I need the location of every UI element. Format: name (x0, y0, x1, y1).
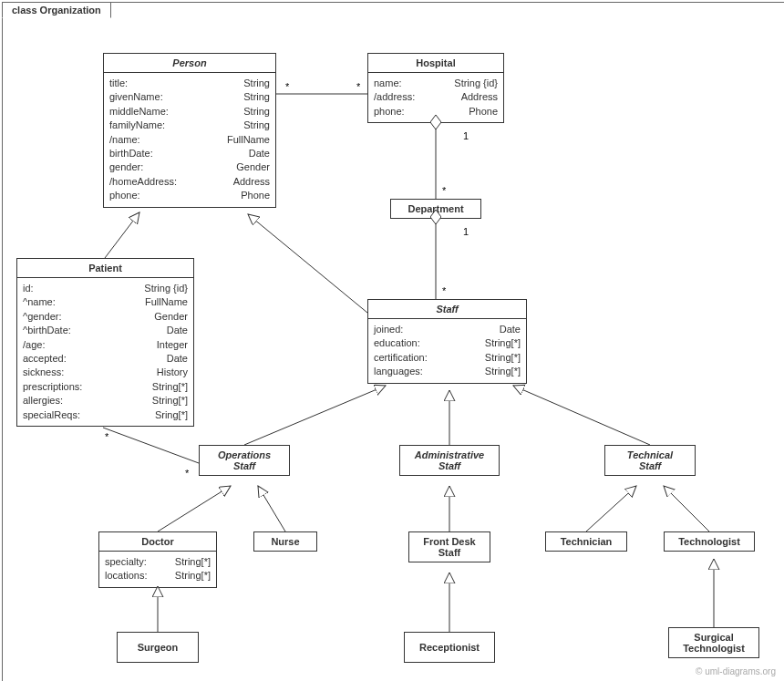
svg-text:*: * (442, 185, 447, 196)
class-department: Department (390, 199, 481, 219)
class-patient: Patient id:String {id} ^name:FullName ^g… (16, 258, 194, 427)
svg-line-20 (586, 486, 636, 531)
class-nurse: Nurse (253, 531, 317, 552)
svg-line-9 (105, 212, 139, 258)
class-hospital-title: Hospital (368, 54, 503, 73)
class-technical-staff-title: TechnicalStaff (605, 446, 695, 475)
class-doctor-body: specialty:String[*] locations:String[*] (99, 552, 216, 587)
class-person: Person title:String givenName:String mid… (103, 53, 276, 208)
class-person-body: title:String givenName:String middleName… (104, 73, 275, 207)
class-front-desk-staff: Front DeskStaff (408, 531, 490, 562)
class-hospital: Hospital name:String {id} /address:Addre… (367, 53, 504, 123)
class-surgeon: Surgeon (117, 632, 199, 663)
class-receptionist: Receptionist (404, 632, 495, 663)
class-technical-staff: TechnicalStaff (604, 445, 696, 476)
class-nurse-title: Nurse (254, 532, 316, 551)
svg-text:*: * (442, 285, 447, 296)
class-administrative-staff: AdministrativeStaff (399, 445, 500, 476)
svg-line-16 (513, 386, 650, 445)
class-department-title: Department (391, 200, 480, 218)
class-doctor-title: Doctor (99, 532, 216, 552)
svg-line-10 (248, 214, 367, 313)
svg-text:1: 1 (463, 226, 469, 237)
class-staff-title: Staff (368, 300, 526, 319)
class-surgeon-title: Surgeon (118, 633, 198, 662)
class-person-title: Person (104, 54, 275, 73)
class-staff-body: joined:Date education:String[*] certific… (368, 319, 526, 383)
class-administrative-staff-title: AdministrativeStaff (400, 446, 499, 475)
class-surgical-technologist-title: SurgicalTechnologist (669, 628, 758, 657)
svg-text:*: * (285, 81, 290, 92)
svg-text:*: * (185, 468, 190, 479)
class-technician: Technician (545, 531, 627, 552)
svg-line-14 (244, 386, 386, 445)
class-technologist-title: Technologist (665, 532, 754, 551)
class-patient-title: Patient (17, 259, 193, 278)
class-surgical-technologist: SurgicalTechnologist (668, 627, 759, 658)
class-technologist: Technologist (664, 531, 755, 552)
class-patient-body: id:String {id} ^name:FullName ^gender:Ge… (17, 278, 193, 426)
class-front-desk-staff-title: Front DeskStaff (409, 532, 490, 562)
svg-line-18 (258, 486, 285, 531)
svg-text:*: * (356, 81, 361, 92)
organization-frame: class Organization Person title:String g… (2, 2, 784, 681)
watermark: © uml-diagrams.org (696, 666, 776, 676)
class-doctor: Doctor specialty:String[*] locations:Str… (98, 531, 217, 588)
svg-text:*: * (105, 431, 109, 442)
class-technician-title: Technician (546, 532, 626, 551)
svg-line-11 (103, 428, 199, 463)
class-hospital-body: name:String {id} /address:Address phone:… (368, 73, 503, 122)
svg-line-21 (664, 486, 709, 531)
frame-title: class Organization (2, 2, 111, 18)
svg-line-17 (158, 486, 231, 531)
class-operations-staff: OperationsStaff (199, 445, 290, 476)
class-receptionist-title: Receptionist (405, 633, 494, 662)
class-staff: Staff joined:Date education:String[*] ce… (367, 299, 527, 384)
class-operations-staff-title: OperationsStaff (200, 446, 289, 475)
svg-text:1: 1 (463, 130, 469, 141)
